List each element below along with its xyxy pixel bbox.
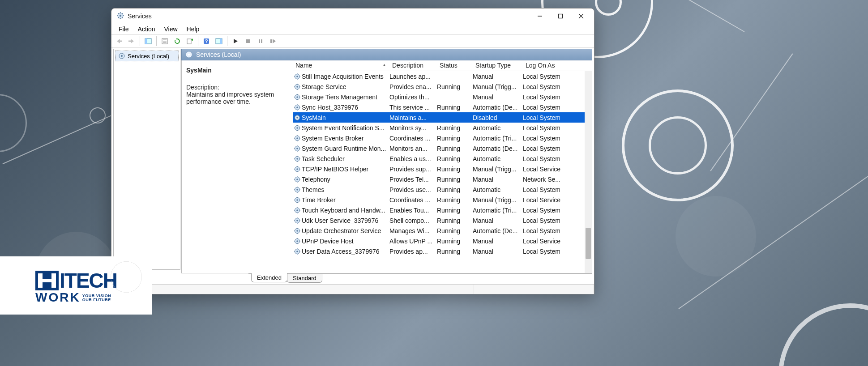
service-logon: Local System [523, 155, 575, 162]
stop-service-button[interactable] [242, 36, 254, 47]
bg-decor [676, 196, 756, 277]
service-row[interactable]: System Event Notification S...Monitors s… [293, 123, 592, 133]
service-logon: Local System [523, 207, 575, 214]
window-title: Services [128, 13, 152, 20]
detail-pane: SysMain Description: Maintains and impro… [182, 60, 293, 273]
service-status: Running [437, 155, 473, 162]
forward-button[interactable] [126, 36, 137, 47]
service-description: Coordinates ... [389, 135, 437, 142]
scroll-thumb[interactable] [586, 228, 591, 259]
bg-decor [0, 94, 27, 152]
titlebar[interactable]: Services [111, 9, 594, 24]
refresh-button[interactable] [171, 36, 183, 47]
help-button[interactable]: ? [201, 36, 212, 47]
statusbar [111, 284, 594, 294]
col-status[interactable]: Status [437, 60, 473, 71]
svg-line-9 [122, 13, 123, 14]
service-logon: Local System [523, 124, 575, 132]
svg-rect-29 [261, 39, 262, 43]
show-hide-tree-button[interactable] [142, 36, 154, 47]
service-row[interactable]: TCP/IP NetBIOS HelperProvides sup...Runn… [293, 164, 592, 174]
service-row[interactable]: Storage ServiceProvides ena...RunningMan… [293, 81, 592, 92]
service-row[interactable]: TelephonyProvides Tel...RunningManualNet… [293, 174, 592, 184]
close-button[interactable] [571, 9, 591, 23]
properties-button[interactable] [159, 36, 171, 47]
tab-extended[interactable]: Extended [251, 273, 287, 282]
tree-item-services-local[interactable]: Services (Local) [115, 51, 179, 61]
service-row[interactable]: Udk User Service_3379976Shell compo...Ru… [293, 215, 592, 226]
service-startup: Manual (Trigg... [473, 83, 523, 90]
svg-text:?: ? [205, 38, 208, 44]
service-startup: Automatic (Tri... [473, 135, 523, 142]
service-name: System Events Broker [302, 135, 389, 142]
service-startup: Automatic (Tri... [473, 207, 523, 214]
service-startup: Manual [473, 73, 523, 80]
menu-file[interactable]: File [115, 25, 133, 34]
export-button[interactable] [184, 36, 196, 47]
show-hide-action-pane-button[interactable] [213, 36, 225, 47]
tab-standard[interactable]: Standard [287, 274, 322, 283]
menu-view[interactable]: View [160, 25, 181, 34]
svg-point-102 [296, 189, 298, 191]
col-log-on-as[interactable]: Log On As [523, 60, 575, 71]
service-name: Themes [302, 186, 389, 193]
service-row[interactable]: User Data Access_3379976Provides ap...Ru… [293, 246, 592, 256]
service-name: Time Broker [302, 196, 389, 204]
gear-icon [293, 94, 302, 101]
svg-line-8 [118, 17, 119, 18]
svg-rect-30 [270, 39, 272, 43]
service-name: Update Orchestrator Service [302, 227, 389, 234]
service-row[interactable]: Sync Host_3379976This service ...Running… [293, 102, 592, 112]
service-row[interactable]: Still Image Acquisition EventsLaunches a… [293, 71, 592, 81]
description-text: Maintains and improves system performanc… [186, 91, 288, 105]
gear-icon [293, 104, 302, 111]
scrollbar[interactable] [585, 71, 592, 273]
maximize-button[interactable] [550, 9, 571, 23]
service-name: Still Image Acquisition Events [302, 73, 389, 80]
service-status: Running [437, 135, 473, 142]
svg-point-96 [296, 179, 298, 180]
service-description: Optimizes th... [389, 94, 437, 101]
menu-action[interactable]: Action [134, 25, 159, 34]
service-description: Provides Tel... [389, 176, 437, 183]
minimize-button[interactable] [530, 9, 550, 23]
service-row[interactable]: Storage Tiers ManagementOptimizes th...M… [293, 92, 592, 102]
service-row[interactable]: System Events BrokerCoordinates ...Runni… [293, 133, 592, 143]
service-row[interactable]: Touch Keyboard and Handw...Enables Tou..… [293, 205, 592, 215]
menu-help[interactable]: Help [183, 25, 203, 34]
svg-point-34 [188, 54, 190, 55]
col-startup-type[interactable]: Startup Type [473, 60, 523, 71]
restart-service-button[interactable] [267, 36, 279, 47]
service-startup: Manual [473, 94, 523, 101]
service-logon: Local Service [523, 238, 575, 245]
service-row[interactable]: System Guard Runtime Mon...Monitors an..… [293, 143, 592, 153]
service-logon: Local System [523, 186, 575, 193]
service-row[interactable]: Update Orchestrator ServiceManages Wi...… [293, 226, 592, 236]
service-row[interactable]: SysMainMaintains a...DisabledLocal Syste… [293, 112, 592, 123]
pause-service-button[interactable] [255, 36, 266, 47]
service-description: Provides ap... [389, 248, 437, 255]
col-name[interactable]: Name▲ [293, 60, 389, 71]
svg-point-84 [296, 158, 298, 160]
panel-header: Services (Local) [181, 49, 592, 60]
service-startup: Automatic [473, 155, 523, 162]
back-button[interactable] [113, 36, 125, 47]
col-description[interactable]: Description [389, 60, 437, 71]
service-startup: Automatic [473, 124, 523, 132]
service-logon: Local Service [523, 166, 575, 173]
service-startup: Automatic [473, 186, 523, 193]
service-name: Storage Tiers Management [302, 94, 389, 101]
service-name: Touch Keyboard and Handw... [302, 207, 389, 214]
service-row[interactable]: Task SchedulerEnables a us...RunningAuto… [293, 153, 592, 164]
service-row[interactable]: ThemesProvides use...RunningAutomaticLoc… [293, 184, 592, 195]
svg-point-72 [296, 137, 298, 139]
service-description: Maintains a... [389, 114, 437, 121]
start-service-button[interactable] [230, 36, 241, 47]
svg-line-6 [118, 13, 119, 14]
service-logon: Local System [523, 217, 575, 224]
service-startup: Automatic (De... [473, 227, 523, 234]
service-name: User Data Access_3379976 [302, 248, 389, 255]
service-row[interactable]: UPnP Device HostAllows UPnP ...RunningMa… [293, 236, 592, 246]
menubar: File Action View Help [111, 24, 594, 34]
service-row[interactable]: Time BrokerCoordinates ...RunningManual … [293, 195, 592, 205]
